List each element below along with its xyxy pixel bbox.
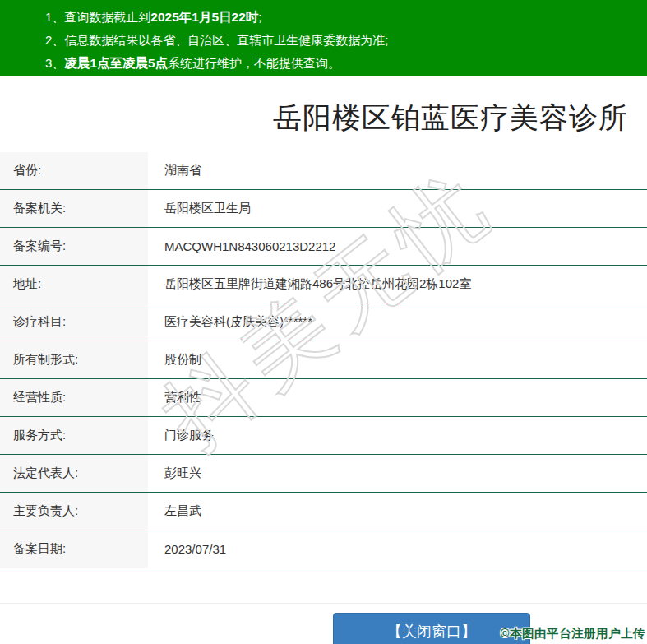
field-label: 地址: [0,266,148,303]
field-value: 股份制 [148,352,201,368]
field-label: 所有制形式: [0,341,148,378]
table-row-legal-representative: 法定代表人: 彭旺兴 [0,455,647,493]
field-label: 经营性质: [0,379,148,416]
table-row-address: 地址: 岳阳楼区五里牌街道建湘路486号北控岳州花园2栋102室 [0,266,647,303]
notice-number: 1、 [45,10,64,24]
record-table: 省份: 湖南省 备案机关: 岳阳楼区卫生局 备案编号: MACQWH1N8430… [0,152,647,568]
field-label: 服务方式: [0,417,148,454]
table-row-operation-nature: 经营性质: 营利性 [0,379,647,417]
field-label: 备案编号: [0,228,148,265]
table-row-province: 省份: 湖南省 [0,152,647,190]
field-value: 岳阳楼区卫生局 [148,201,251,216]
field-value: 门诊服务 [148,428,214,443]
field-value: 2023/07/31 [148,542,226,556]
notice-number: 2、 [45,33,64,47]
table-row-registry-number: 备案编号: MACQWH1N843060213D2212 [0,228,647,266]
field-label: 备案日期: [0,530,148,568]
table-row-principal: 主要负责人: 左昌武 [0,493,647,530]
credit-watermark: ©本图由平台注册用户上传 [501,626,645,642]
field-label: 法定代表人: [0,455,148,492]
page-title: 岳阳楼区铂蓝医疗美容诊所 [0,99,647,137]
field-value: 医疗美容科(皮肤美容)****** [148,314,312,330]
field-value: 岳阳楼区五里牌街道建湘路486号北控岳州花园2栋102室 [148,276,471,292]
field-label: 备案机关: [0,190,148,227]
field-label: 主要负责人: [0,493,148,530]
field-value: 左昌武 [148,503,201,519]
notice-banner: 1、查询数据截止到2025年1月5日22时; 2、信息数据结果以各省、自治区、直… [0,0,647,76]
table-row-registry-date: 备案日期: 2023/07/31 [0,530,647,568]
footer-divider [0,603,647,604]
field-label: 诊疗科目: [0,303,148,341]
field-value: 彭旺兴 [148,466,201,481]
table-row-medical-subjects: 诊疗科目: 医疗美容科(皮肤美容)****** [0,303,647,341]
table-row-ownership-form: 所有制形式: 股份制 [0,341,647,379]
table-row-service-mode: 服务方式: 门诊服务 [0,417,647,455]
field-label: 省份: [0,152,148,189]
notice-line-2: 2、信息数据结果以各省、自治区、直辖市卫生健康委数据为准; [45,29,647,52]
notice-line-3: 3、凌晨1点至凌晨5点系统进行维护，不能提供查询。 [45,52,647,75]
field-value: MACQWH1N843060213D2212 [148,239,335,253]
table-row-registry-authority: 备案机关: 岳阳楼区卫生局 [0,190,647,228]
field-value: 湖南省 [148,163,201,178]
notice-number: 3、 [45,56,64,70]
notice-line-1: 1、查询数据截止到2025年1月5日22时; [45,6,647,29]
field-value: 营利性 [148,390,201,405]
